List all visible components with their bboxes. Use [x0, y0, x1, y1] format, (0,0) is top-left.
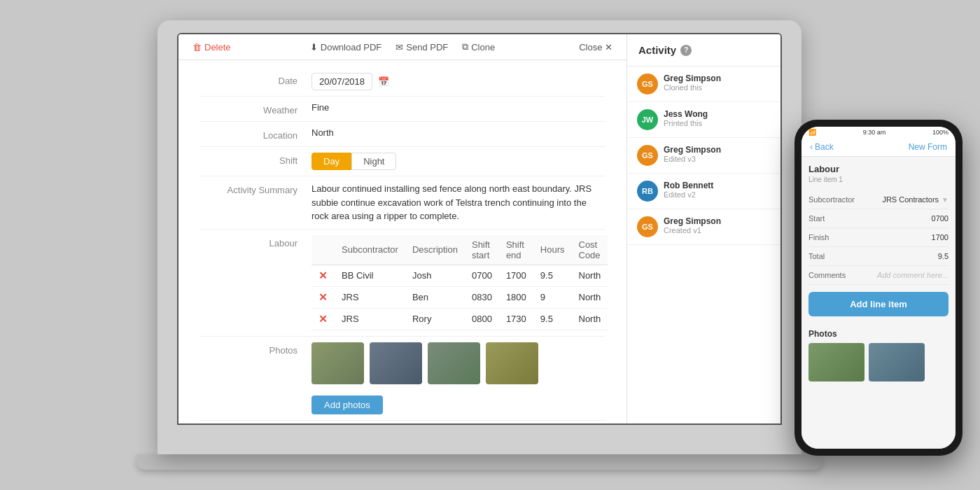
shift-label: Shift [200, 153, 312, 166]
clone-button[interactable]: ⧉ Clone [462, 41, 495, 52]
help-icon[interactable]: ? [680, 45, 692, 56]
phone-body: Labour Line item 1 Subcortractor JRS Con… [802, 157, 955, 449]
col-description: Description [405, 235, 465, 265]
clone-icon: ⧉ [462, 41, 468, 52]
phone-status-bar: 📶 9:30 am 100% [802, 127, 955, 138]
close-icon: ✕ [605, 42, 612, 52]
chevron-left-icon: ‹ [810, 142, 813, 152]
phone-fields: Subcortractor JRS Contractors▼ Start 070… [808, 190, 948, 285]
photos-value: Add photos [312, 342, 606, 414]
cost-code-cell: North [572, 308, 608, 330]
avatar: GS [637, 145, 658, 166]
delete-cell[interactable]: ✕ [312, 265, 335, 286]
phone-battery: 100% [932, 129, 948, 136]
download-pdf-button[interactable]: ⬇ Download PDF [310, 42, 382, 52]
photo-4[interactable] [486, 342, 538, 384]
phone-photos-section: Photos [808, 329, 948, 382]
weather-value: Fine [312, 102, 606, 113]
shift-start-cell: 0830 [465, 286, 499, 308]
activity-desc: Cloned this [664, 83, 771, 92]
shift-end-cell: 1730 [499, 308, 533, 330]
activity-info: Greg Simpson Cloned this [664, 74, 771, 92]
photo-3[interactable] [428, 342, 480, 384]
col-delete [312, 235, 335, 265]
delete-cell[interactable]: ✕ [312, 308, 335, 330]
phone-field-row: Total 9.5 [808, 247, 948, 266]
phone-field-value[interactable]: JRS Contractors▼ [882, 195, 948, 204]
photos-grid [312, 342, 606, 384]
date-input[interactable]: 20/07/2018 [312, 73, 372, 90]
photo-1[interactable] [312, 342, 364, 384]
photos-label: Photos [200, 342, 312, 356]
calendar-icon[interactable]: 📅 [378, 76, 389, 87]
labour-row: Labour Subcontractor Description Shift [200, 230, 606, 337]
photos-row: Photos Add photos [200, 337, 606, 421]
activity-item: GS Greg Simpson Cloned this [627, 66, 780, 102]
phone-field-value: 1700 [932, 233, 948, 241]
date-label: Date [200, 73, 312, 86]
phone-field-row: Comments Add comment here... [808, 266, 948, 285]
location-label: Location [200, 127, 312, 141]
activity-name: Jess Wong [664, 109, 771, 119]
phone-new-form-button[interactable]: New Form [909, 142, 947, 152]
labour-table-wrap: Subcontractor Description Shift start Sh… [312, 235, 608, 330]
description-cell: Josh [405, 265, 465, 286]
col-cost-code: Cost Code [572, 235, 608, 265]
send-pdf-button[interactable]: ✉ Send PDF [396, 42, 448, 52]
toolbar: 🗑 Delete ⬇ Download PDF ✉ Send PD [178, 34, 626, 60]
add-photos-button[interactable]: Add photos [312, 396, 383, 414]
activity-name: Greg Simpson [664, 74, 771, 83]
phone-back-button[interactable]: ‹ Back [810, 142, 834, 152]
phone-time: 9:30 am [863, 129, 886, 136]
description-cell: Rory [405, 308, 465, 330]
phone-field-label: Finish [808, 233, 829, 241]
activity-desc: Printed this [664, 119, 771, 127]
cost-code-cell: North [572, 286, 608, 308]
activity-item: RB Rob Bennett Edited v2 [627, 174, 780, 209]
delete-row-icon[interactable]: ✕ [318, 313, 328, 325]
table-row: ✕ JRS Rory 0800 1730 9.5 North [312, 308, 608, 330]
phone-photos-title: Photos [808, 329, 948, 339]
activity-info: Rob Bennett Edited v2 [664, 181, 771, 199]
activity-name: Rob Bennett [664, 181, 771, 190]
subcontractor-cell: JRS [335, 286, 405, 308]
shift-start-cell: 0700 [465, 265, 499, 286]
photo-2[interactable] [370, 342, 422, 384]
phone-field-label: Comments [808, 271, 846, 279]
phone-section-title: Labour [808, 164, 948, 174]
activity-title: Activity [638, 44, 676, 56]
table-row: ✕ BB Civil Josh 0700 1700 9.5 North [312, 265, 608, 286]
phone-photo-1[interactable] [808, 343, 864, 382]
phone-section-sub: Line item 1 [808, 176, 948, 183]
phone-field-label: Subcortractor [808, 195, 855, 204]
activity-list: GS Greg Simpson Cloned this JW Jess Wong… [627, 66, 780, 424]
phone-photos-grid [808, 343, 948, 382]
trash-icon: 🗑 [192, 42, 202, 52]
close-button[interactable]: Close ✕ [579, 42, 612, 52]
labour-table: Subcontractor Description Shift start Sh… [312, 235, 608, 330]
date-row: Date 20/07/2018 📅 [200, 67, 606, 97]
delays-row: Delays or other issues Traffic delays fo… [200, 421, 606, 424]
delete-row-icon[interactable]: ✕ [318, 291, 328, 303]
add-line-item-button[interactable]: Add line item [808, 292, 948, 316]
activity-info: Greg Simpson Created v1 [664, 216, 771, 234]
activity-name: Greg Simpson [664, 216, 771, 226]
subcontractor-cell: BB Civil [335, 265, 405, 286]
delete-row-icon[interactable]: ✕ [318, 270, 328, 281]
shift-value: Day Night [312, 153, 606, 170]
shift-day-button[interactable]: Day [312, 153, 351, 170]
activity-desc: Edited v3 [664, 155, 771, 163]
shift-end-cell: 1700 [499, 265, 533, 286]
hours-cell: 9.5 [533, 265, 572, 286]
table-row: ✕ JRS Ben 0830 1800 9 North [312, 286, 608, 308]
activity-summary-value[interactable]: Labour continued installing sed fence al… [312, 182, 606, 223]
delete-cell[interactable]: ✕ [312, 286, 335, 308]
delete-button[interactable]: 🗑 Delete [192, 42, 231, 52]
avatar: GS [637, 74, 658, 94]
hours-cell: 9.5 [533, 308, 572, 330]
phone-photo-2[interactable] [869, 343, 925, 382]
avatar: GS [637, 216, 658, 237]
subcontractor-cell: JRS [335, 308, 405, 330]
col-shift-start: Shift start [465, 235, 499, 265]
shift-night-button[interactable]: Night [351, 153, 396, 170]
